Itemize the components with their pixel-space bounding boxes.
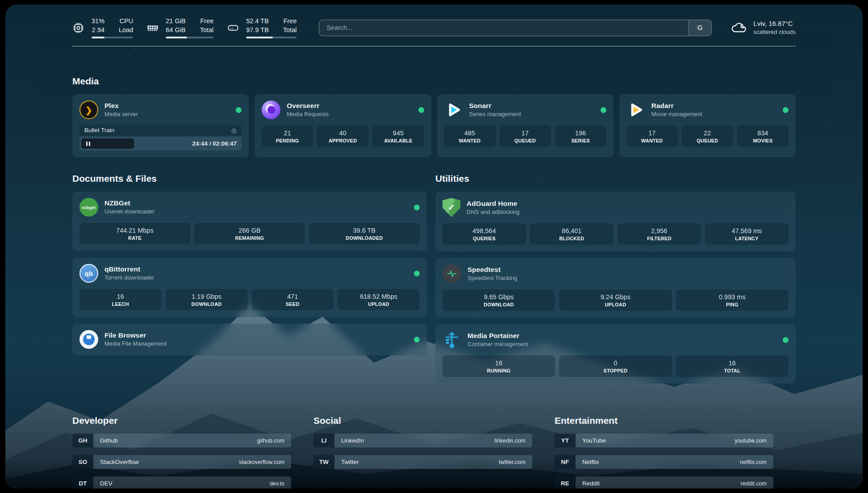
section-title-social: Social — [313, 415, 532, 426]
disk-total-label: Total — [283, 26, 297, 35]
service-description: Media Requests — [287, 111, 329, 118]
service-description: Usenet downloader — [104, 208, 154, 216]
stat-queries: 498,564 QUERIES — [442, 223, 526, 245]
bookmark-group-developer: Developer GH Github github.com SO StackO… — [72, 415, 291, 489]
section-media: Media ❯ Plex Media server Bullet Tr — [72, 76, 796, 157]
bookmark-abbr: TW — [313, 455, 334, 469]
search-input[interactable] — [319, 20, 688, 36]
overseerr-icon — [262, 100, 280, 119]
sonarr-icon — [444, 100, 463, 119]
cloud-icon — [730, 20, 747, 36]
bookmark-url: twitter.com — [499, 459, 526, 465]
bookmark-linkedin[interactable]: LI LinkedIn linkedin.com — [313, 434, 532, 447]
cpu-icon — [72, 21, 85, 34]
cpu-load-label: Load — [119, 26, 133, 35]
disk-icon — [227, 21, 239, 34]
weather-widget: Lviv, 16.87°C scattered clouds — [730, 19, 796, 36]
bookmark-netflix[interactable]: NF Netflix netflix.com — [555, 455, 773, 469]
service-card-plex[interactable]: ❯ Plex Media server Bullet Train ◎ — [72, 94, 249, 157]
service-name: Overseerr — [287, 101, 329, 110]
service-name: NZBGet — [104, 199, 154, 208]
bookmark-stackoverflow[interactable]: SO StackOverflow stackoverflow.com — [72, 455, 291, 469]
bookmark-twitter[interactable]: TW Twitter twitter.com — [313, 455, 532, 469]
memory-total-value: 64 GiB — [166, 26, 185, 35]
stat-total: 16 TOTAL — [676, 355, 789, 377]
service-name: Plex — [104, 101, 138, 110]
bookmark-abbr: NF — [555, 455, 576, 469]
bookmark-abbr: DT — [72, 476, 93, 489]
status-dot — [601, 107, 606, 113]
disk-progress-bar — [246, 37, 296, 38]
stat-seed: 471 SEED — [252, 289, 334, 310]
cpu-load-value: 2.94 — [92, 26, 104, 35]
plex-now-playing: Bullet Train ◎ 24:44 / 02:06:47 — [79, 125, 242, 150]
playback-time: 24:44 / 02:06:47 — [192, 140, 237, 147]
bookmark-group-entertainment: Entertainment YT YouTube youtube.com NF … — [555, 415, 773, 489]
bookmark-url: github.com — [257, 438, 284, 444]
top-bar: 31% CPU 2.94 Load — [72, 4, 796, 38]
status-dot — [783, 107, 789, 113]
service-card-portainer[interactable]: Media Portainer Container management 16 … — [435, 324, 796, 384]
service-card-adguard[interactable]: ✓ AdGuard Home DNS and adblocking 498,56… — [435, 192, 796, 251]
cpu-usage-value: 31% — [92, 17, 104, 26]
stat-download: 1.19 Gbps DOWNLOAD — [166, 289, 248, 310]
stat-approved: 40 APPROVED — [317, 125, 368, 147]
service-card-qbittorrent[interactable]: qb qBittorrent Torrent downloader 16 LEE… — [72, 258, 427, 317]
now-playing-title: Bullet Train — [84, 127, 115, 134]
status-dot — [783, 337, 789, 343]
service-description: Media server — [104, 111, 138, 118]
stat-latency: 47.569 ms LATENCY — [705, 223, 789, 245]
service-card-sonarr[interactable]: Sonarr Series management 485 WANTED 17 Q… — [437, 94, 613, 157]
pause-button[interactable] — [81, 138, 134, 149]
disk-free-value: 52.4 TB — [246, 17, 269, 26]
stat-upload: 618.52 Mbps UPLOAD — [338, 289, 420, 310]
service-name: qBittorrent — [104, 265, 154, 274]
bookmark-abbr: GH — [72, 434, 93, 447]
service-name: Speedtest — [467, 265, 517, 274]
service-name: Media Portainer — [467, 331, 528, 340]
service-description: Container management — [467, 341, 528, 348]
bookmark-youtube[interactable]: YT YouTube youtube.com — [555, 434, 773, 447]
bookmark-url: youtube.com — [734, 438, 767, 444]
bookmark-label: DEV — [100, 480, 113, 487]
service-card-nzbget[interactable]: nzbget NZBGet Usenet downloader 744.21 M… — [72, 192, 427, 251]
section-title-developer: Developer — [72, 415, 291, 426]
service-card-filebrowser[interactable]: File Browser Media File Management — [72, 324, 427, 355]
now-playing-icon[interactable]: ◎ — [231, 127, 237, 134]
bookmark-label: YouTube — [582, 437, 606, 444]
service-card-radarr[interactable]: Radarr Movie management 17 WANTED 22 QUE… — [619, 94, 796, 157]
section-utilities: Utilities ✓ AdGuard Home DNS and adblock… — [435, 173, 796, 390]
service-card-overseerr[interactable]: Overseerr Media Requests 21 PENDING 40 A… — [255, 94, 431, 157]
stat-running: 16 RUNNING — [442, 355, 555, 377]
section-title-documents: Documents & Files — [72, 173, 427, 184]
service-description: Movie management — [651, 111, 702, 118]
cpu-progress-bar — [92, 37, 133, 38]
section-title-utilities: Utilities — [435, 173, 796, 184]
section-title-media: Media — [72, 76, 796, 87]
snow-specks — [37, 31, 38, 32]
bookmark-url: dev.to — [270, 480, 284, 487]
service-description: Torrent downloader — [104, 274, 154, 282]
bookmark-label: Twitter — [341, 459, 359, 465]
search-bar[interactable]: G — [319, 20, 712, 36]
search-provider-button[interactable]: G — [688, 20, 711, 36]
bookmark-reddit[interactable]: RE Reddit reddit.com — [555, 476, 773, 489]
service-description: Speedtest Tracking — [467, 275, 517, 282]
bookmark-url: linkedin.com — [495, 438, 526, 444]
stat-blocked: 86,401 BLOCKED — [530, 223, 613, 245]
filebrowser-icon — [79, 330, 98, 349]
service-description: Media File Management — [104, 340, 167, 348]
stat-upload: 9.24 Gbps UPLOAD — [559, 289, 672, 311]
bookmark-dev[interactable]: DT DEV dev.to — [72, 476, 291, 489]
cpu-usage-label: CPU — [119, 17, 133, 26]
bookmark-github[interactable]: GH Github github.com — [72, 434, 291, 447]
stat-series: 196 SERIES — [555, 125, 606, 147]
service-card-speedtest[interactable]: Speedtest Speedtest Tracking 9.65 Gbps D… — [435, 258, 796, 318]
qbittorrent-icon: qb — [79, 264, 98, 283]
service-name: File Browser — [104, 331, 167, 340]
section-title-entertainment: Entertainment — [555, 415, 773, 426]
memory-total-label: Total — [200, 26, 214, 35]
status-dot — [418, 107, 424, 113]
stat-remaining: 266 GB REMAINING — [194, 223, 305, 244]
cpu-widget: 31% CPU 2.94 Load — [72, 17, 133, 38]
